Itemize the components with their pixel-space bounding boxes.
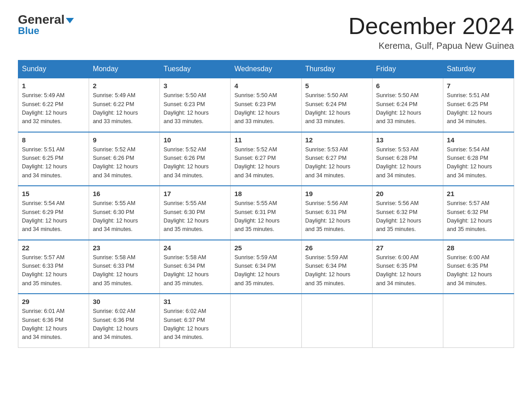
day-info: Sunrise: 5:52 AM Sunset: 6:26 PM Dayligh…	[163, 146, 227, 180]
day-info: Sunrise: 6:00 AM Sunset: 6:35 PM Dayligh…	[376, 253, 439, 288]
day-info: Sunrise: 6:02 AM Sunset: 6:36 PM Dayligh…	[93, 307, 156, 342]
table-row: 26 Sunrise: 5:59 AM Sunset: 6:34 PM Dayl…	[301, 240, 372, 294]
day-info: Sunrise: 5:53 AM Sunset: 6:27 PM Dayligh…	[305, 146, 369, 180]
logo-line2: Blue	[18, 25, 39, 37]
day-number: 15	[22, 190, 85, 197]
table-row: 10 Sunrise: 5:52 AM Sunset: 6:26 PM Dayl…	[160, 132, 231, 186]
day-number: 14	[447, 136, 510, 144]
table-row: 29 Sunrise: 6:01 AM Sunset: 6:36 PM Dayl…	[18, 294, 89, 347]
table-row: 1 Sunrise: 5:49 AM Sunset: 6:22 PM Dayli…	[18, 78, 89, 132]
table-row: 14 Sunrise: 5:54 AM Sunset: 6:28 PM Dayl…	[443, 132, 514, 186]
col-tuesday: Tuesday	[160, 60, 231, 78]
day-number: 1	[22, 82, 85, 90]
day-number: 20	[376, 190, 439, 197]
day-number: 13	[376, 136, 439, 144]
day-number: 22	[22, 244, 85, 252]
day-number: 21	[447, 190, 510, 197]
day-info: Sunrise: 5:55 AM Sunset: 6:31 PM Dayligh…	[234, 199, 297, 234]
table-row: 20 Sunrise: 5:56 AM Sunset: 6:32 PM Dayl…	[372, 186, 443, 240]
calendar-week-5: 29 Sunrise: 6:01 AM Sunset: 6:36 PM Dayl…	[18, 294, 514, 347]
table-row: 27 Sunrise: 6:00 AM Sunset: 6:35 PM Dayl…	[372, 240, 443, 294]
day-number: 3	[163, 82, 227, 90]
table-row	[443, 294, 514, 347]
table-row: 21 Sunrise: 5:57 AM Sunset: 6:32 PM Dayl…	[443, 186, 514, 240]
day-info: Sunrise: 5:58 AM Sunset: 6:34 PM Dayligh…	[163, 253, 227, 288]
table-row: 30 Sunrise: 6:02 AM Sunset: 6:36 PM Dayl…	[89, 294, 160, 347]
calendar-week-2: 8 Sunrise: 5:51 AM Sunset: 6:25 PM Dayli…	[18, 132, 514, 186]
table-row: 19 Sunrise: 5:56 AM Sunset: 6:31 PM Dayl…	[301, 186, 372, 240]
day-number: 28	[447, 244, 510, 252]
day-info: Sunrise: 5:59 AM Sunset: 6:34 PM Dayligh…	[305, 253, 369, 288]
day-info: Sunrise: 5:50 AM Sunset: 6:24 PM Dayligh…	[376, 91, 439, 126]
day-number: 16	[93, 190, 156, 197]
day-info: Sunrise: 6:00 AM Sunset: 6:35 PM Dayligh…	[447, 253, 510, 288]
day-number: 30	[93, 298, 156, 305]
day-number: 17	[163, 190, 227, 197]
day-info: Sunrise: 5:52 AM Sunset: 6:26 PM Dayligh…	[93, 146, 156, 180]
day-number: 27	[376, 244, 439, 252]
location: Kerema, Gulf, Papua New Guinea	[348, 41, 514, 51]
day-number: 25	[234, 244, 297, 252]
day-number: 9	[93, 136, 156, 144]
day-info: Sunrise: 6:01 AM Sunset: 6:36 PM Dayligh…	[22, 307, 85, 342]
table-row: 3 Sunrise: 5:50 AM Sunset: 6:23 PM Dayli…	[160, 78, 231, 132]
page-header: General Blue December 2024 Kerema, Gulf,…	[18, 13, 514, 51]
table-row: 6 Sunrise: 5:50 AM Sunset: 6:24 PM Dayli…	[372, 78, 443, 132]
day-info: Sunrise: 6:02 AM Sunset: 6:37 PM Dayligh…	[163, 307, 227, 342]
day-number: 31	[163, 298, 227, 305]
table-row: 23 Sunrise: 5:58 AM Sunset: 6:33 PM Dayl…	[89, 240, 160, 294]
col-saturday: Saturday	[443, 60, 514, 78]
table-row	[301, 294, 372, 347]
table-row: 4 Sunrise: 5:50 AM Sunset: 6:23 PM Dayli…	[231, 78, 301, 132]
day-number: 12	[305, 136, 369, 144]
day-number: 11	[234, 136, 297, 144]
table-row: 15 Sunrise: 5:54 AM Sunset: 6:29 PM Dayl…	[18, 186, 89, 240]
day-number: 18	[234, 190, 297, 197]
table-row: 17 Sunrise: 5:55 AM Sunset: 6:30 PM Dayl…	[160, 186, 231, 240]
day-info: Sunrise: 5:53 AM Sunset: 6:28 PM Dayligh…	[376, 146, 439, 180]
col-monday: Monday	[89, 60, 160, 78]
day-info: Sunrise: 5:57 AM Sunset: 6:32 PM Dayligh…	[447, 199, 510, 234]
table-row: 9 Sunrise: 5:52 AM Sunset: 6:26 PM Dayli…	[89, 132, 160, 186]
col-thursday: Thursday	[301, 60, 372, 78]
day-info: Sunrise: 5:51 AM Sunset: 6:25 PM Dayligh…	[447, 91, 510, 126]
day-info: Sunrise: 5:49 AM Sunset: 6:22 PM Dayligh…	[22, 91, 85, 126]
col-friday: Friday	[372, 60, 443, 78]
day-number: 5	[305, 82, 369, 90]
month-title: December 2024	[348, 13, 514, 39]
day-info: Sunrise: 5:55 AM Sunset: 6:30 PM Dayligh…	[163, 199, 227, 234]
calendar-table: Sunday Monday Tuesday Wednesday Thursday…	[18, 60, 514, 348]
day-number: 10	[163, 136, 227, 144]
table-row: 2 Sunrise: 5:49 AM Sunset: 6:22 PM Dayli…	[89, 78, 160, 132]
table-row: 25 Sunrise: 5:59 AM Sunset: 6:34 PM Dayl…	[231, 240, 301, 294]
day-info: Sunrise: 5:54 AM Sunset: 6:29 PM Dayligh…	[22, 199, 85, 234]
day-number: 29	[22, 298, 85, 305]
table-row: 7 Sunrise: 5:51 AM Sunset: 6:25 PM Dayli…	[443, 78, 514, 132]
day-number: 6	[376, 82, 439, 90]
day-number: 8	[22, 136, 85, 144]
calendar-header-row: Sunday Monday Tuesday Wednesday Thursday…	[18, 60, 514, 78]
day-info: Sunrise: 5:56 AM Sunset: 6:31 PM Dayligh…	[305, 199, 369, 234]
calendar-week-1: 1 Sunrise: 5:49 AM Sunset: 6:22 PM Dayli…	[18, 78, 514, 132]
table-row: 16 Sunrise: 5:55 AM Sunset: 6:30 PM Dayl…	[89, 186, 160, 240]
table-row: 8 Sunrise: 5:51 AM Sunset: 6:25 PM Dayli…	[18, 132, 89, 186]
day-number: 2	[93, 82, 156, 90]
day-info: Sunrise: 5:54 AM Sunset: 6:28 PM Dayligh…	[447, 146, 510, 180]
day-number: 19	[305, 190, 369, 197]
day-info: Sunrise: 5:58 AM Sunset: 6:33 PM Dayligh…	[93, 253, 156, 288]
day-info: Sunrise: 5:52 AM Sunset: 6:27 PM Dayligh…	[234, 146, 297, 180]
day-info: Sunrise: 5:56 AM Sunset: 6:32 PM Dayligh…	[376, 199, 439, 234]
calendar-week-3: 15 Sunrise: 5:54 AM Sunset: 6:29 PM Dayl…	[18, 186, 514, 240]
table-row	[231, 294, 301, 347]
table-row: 31 Sunrise: 6:02 AM Sunset: 6:37 PM Dayl…	[160, 294, 231, 347]
table-row: 11 Sunrise: 5:52 AM Sunset: 6:27 PM Dayl…	[231, 132, 301, 186]
day-info: Sunrise: 5:50 AM Sunset: 6:23 PM Dayligh…	[163, 91, 227, 126]
table-row: 12 Sunrise: 5:53 AM Sunset: 6:27 PM Dayl…	[301, 132, 372, 186]
day-number: 24	[163, 244, 227, 252]
day-info: Sunrise: 5:50 AM Sunset: 6:23 PM Dayligh…	[234, 91, 297, 126]
day-number: 4	[234, 82, 297, 90]
logo: General Blue	[18, 13, 74, 37]
day-info: Sunrise: 5:55 AM Sunset: 6:30 PM Dayligh…	[93, 199, 156, 234]
day-info: Sunrise: 5:49 AM Sunset: 6:22 PM Dayligh…	[93, 91, 156, 126]
day-info: Sunrise: 5:59 AM Sunset: 6:34 PM Dayligh…	[234, 253, 297, 288]
